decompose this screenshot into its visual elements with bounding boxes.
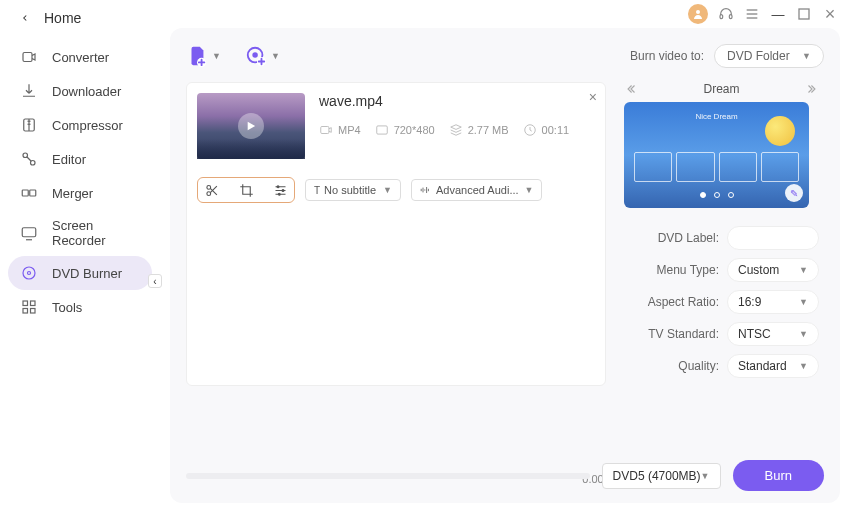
menu-icon[interactable] (744, 6, 760, 22)
sidebar-item-label: Merger (52, 186, 93, 201)
aspect-ratio-select[interactable]: 16:9▼ (727, 290, 819, 314)
video-thumbnail[interactable] (197, 93, 305, 159)
support-icon[interactable] (718, 6, 734, 22)
disc-type-select[interactable]: DVD5 (4700MB) ▼ (602, 463, 721, 489)
maximize-button[interactable] (796, 6, 812, 22)
file-duration: 00:11 (523, 123, 570, 137)
sidebar-item-label: Compressor (52, 118, 123, 133)
quality-select[interactable]: Standard▼ (727, 354, 819, 378)
theme-next-button[interactable] (805, 82, 819, 96)
svg-rect-22 (31, 301, 36, 306)
add-file-button[interactable]: ▼ (186, 45, 221, 67)
audio-select[interactable]: Advanced Audi... ▼ (411, 179, 542, 201)
theme-preview-title: Nice Dream (695, 112, 737, 121)
converter-icon (20, 48, 38, 66)
svg-point-27 (253, 53, 257, 57)
subtitle-select[interactable]: TNo subtitle ▼ (305, 179, 401, 201)
svg-rect-17 (22, 228, 36, 237)
chevron-down-icon: ▼ (799, 329, 808, 339)
svg-rect-1 (720, 15, 723, 19)
burn-button[interactable]: Burn (733, 460, 824, 491)
dvd-label-label: DVD Label: (658, 231, 719, 245)
burn-to-value: DVD Folder (727, 49, 790, 63)
sidebar-item-compressor[interactable]: Compressor (0, 108, 160, 142)
dvd-label-input[interactable] (727, 226, 819, 250)
burn-to-select[interactable]: DVD Folder ▼ (714, 44, 824, 68)
svg-rect-30 (321, 127, 329, 134)
theme-name: Dream (703, 82, 739, 96)
file-size: 2.77 MB (449, 123, 509, 137)
sidebar-item-editor[interactable]: Editor (0, 142, 160, 176)
tools-icon (20, 298, 38, 316)
chevron-down-icon: ▼ (799, 361, 808, 371)
svg-rect-7 (23, 53, 32, 62)
file-name: wave.mp4 (319, 93, 595, 109)
chevron-down-icon: ▼ (802, 51, 811, 61)
editor-icon (20, 150, 38, 168)
svg-line-14 (27, 157, 32, 162)
close-button[interactable]: × (822, 6, 838, 22)
chevron-down-icon: ▼ (212, 51, 221, 61)
disc-type-value: DVD5 (4700MB) (613, 469, 701, 483)
svg-rect-6 (799, 9, 809, 19)
sidebar-item-label: Editor (52, 152, 86, 167)
sidebar-item-screen-recorder[interactable]: Screen Recorder (0, 210, 160, 256)
effects-button[interactable] (272, 182, 288, 198)
svg-point-40 (277, 185, 279, 187)
svg-rect-31 (376, 126, 387, 134)
main-panel: ▼ ▼ Burn video to: DVD Folder ▼ × (170, 28, 840, 503)
aspect-ratio-label: Aspect Ratio: (648, 295, 719, 309)
sidebar-item-tools[interactable]: Tools (0, 290, 160, 324)
minimize-button[interactable]: — (770, 6, 786, 22)
sidebar-item-dvd-burner[interactable]: DVD Burner (8, 256, 152, 290)
svg-rect-15 (22, 190, 28, 196)
sidebar-item-downloader[interactable]: Downloader (0, 74, 160, 108)
svg-rect-23 (23, 309, 28, 314)
collapse-sidebar-button[interactable]: ‹ (148, 274, 162, 288)
chevron-down-icon: ▼ (799, 265, 808, 275)
svg-point-19 (23, 267, 35, 279)
svg-point-0 (696, 10, 700, 14)
theme-preview[interactable]: Nice Dream ✎ (624, 102, 809, 208)
svg-rect-16 (30, 190, 36, 196)
capacity-bar (186, 473, 590, 479)
svg-rect-24 (31, 309, 36, 314)
edit-toolbar (197, 177, 295, 203)
sidebar: Home Converter Downloader Compressor Edi… (0, 0, 160, 527)
chevron-down-icon: ▼ (701, 471, 710, 481)
menu-type-label: Menu Type: (657, 263, 719, 277)
sidebar-item-label: Converter (52, 50, 109, 65)
sidebar-item-label: Screen Recorder (52, 218, 140, 248)
compressor-icon (20, 116, 38, 134)
sidebar-item-converter[interactable]: Converter (0, 40, 160, 74)
theme-prev-button[interactable] (624, 82, 638, 96)
svg-point-41 (282, 189, 284, 191)
trim-button[interactable] (204, 182, 220, 198)
home-link[interactable]: Home (0, 0, 160, 40)
edit-theme-button[interactable]: ✎ (785, 184, 803, 202)
subtitle-value: No subtitle (324, 184, 376, 196)
file-card: × wave.mp4 MP4 720*480 2.77 MB 00:11 (186, 82, 606, 386)
toolbar: ▼ ▼ Burn video to: DVD Folder ▼ (186, 44, 824, 68)
svg-marker-29 (248, 122, 256, 130)
menu-type-select[interactable]: Custom▼ (727, 258, 819, 282)
file-resolution: 720*480 (375, 123, 435, 137)
file-format: MP4 (319, 123, 361, 137)
preview-dots (624, 192, 809, 198)
sidebar-item-merger[interactable]: Merger (0, 176, 160, 210)
svg-point-42 (278, 193, 280, 195)
add-disc-button[interactable]: ▼ (245, 45, 280, 67)
crop-button[interactable] (238, 182, 254, 198)
avatar-icon[interactable] (688, 4, 708, 24)
screen-recorder-icon (20, 224, 38, 242)
burn-to-label: Burn video to: (630, 49, 704, 63)
footer: DVD5 (4700MB) ▼ Burn (186, 460, 824, 491)
sidebar-item-label: DVD Burner (52, 266, 122, 281)
tv-standard-select[interactable]: NTSC▼ (727, 322, 819, 346)
remove-file-button[interactable]: × (589, 89, 597, 105)
right-panel: Dream Nice Dream ✎ DVD Label: (624, 82, 819, 386)
svg-point-20 (28, 272, 31, 275)
downloader-icon (20, 82, 38, 100)
svg-rect-2 (729, 15, 732, 19)
sidebar-item-label: Tools (52, 300, 82, 315)
